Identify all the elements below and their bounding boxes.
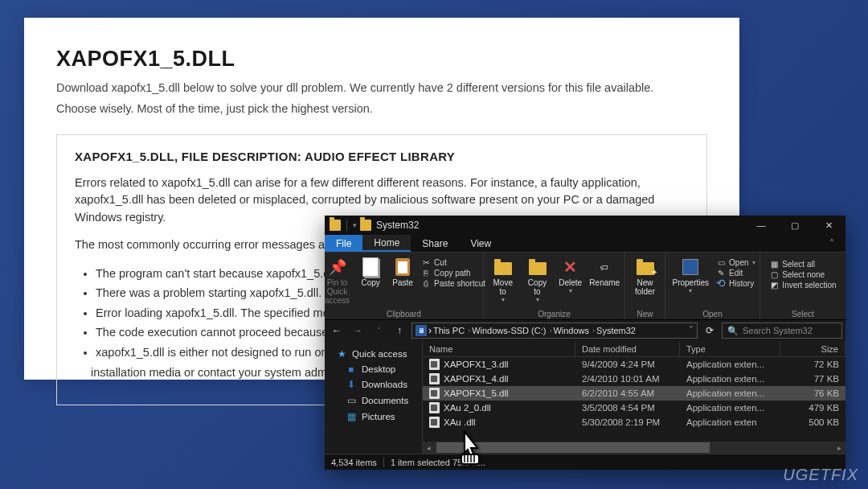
copy-to-button[interactable]: Copy to▾ — [521, 256, 553, 305]
history-button[interactable]: ⟲History — [716, 278, 755, 288]
status-item-count: 4,534 items — [331, 458, 377, 467]
properties-button[interactable]: Properties▾ — [668, 256, 713, 296]
desktop-icon: ■ — [346, 364, 357, 374]
page-title: XAPOFX1_5.DLL — [56, 47, 707, 72]
crumb-windows[interactable]: Windows› — [553, 326, 595, 335]
nav-recent-button[interactable]: ˅ — [370, 322, 387, 339]
table-row[interactable]: XAPOFX1_5.dll6/2/2010 4:55 AMApplication… — [423, 386, 845, 401]
col-size[interactable]: Size — [780, 341, 845, 356]
file-rows: XAPOFX1_3.dll9/4/2009 4:24 PMApplication… — [423, 357, 845, 442]
group-label-open: Open — [665, 310, 760, 318]
col-name[interactable]: Name — [423, 341, 575, 356]
cut-icon: ✂ — [421, 257, 431, 267]
pictures-icon: ▦ — [346, 411, 357, 422]
nav-back-button[interactable]: ← — [328, 322, 346, 339]
pin-quick-access-button[interactable]: 📌 Pin to Quick access — [321, 256, 354, 306]
invert-selection-icon: ◩ — [769, 280, 779, 290]
select-none-button[interactable]: ▢Select none — [769, 269, 836, 279]
nav-forward-button[interactable]: → — [349, 322, 366, 339]
tab-share[interactable]: Share — [411, 235, 459, 252]
horizontal-scrollbar[interactable]: ◂▸ — [423, 442, 845, 454]
nav-downloads[interactable]: ⬇Downloads — [325, 376, 422, 392]
history-icon: ⟲ — [716, 278, 726, 288]
table-row[interactable]: XAu .dll5/30/2008 2:19 PMApplication ext… — [423, 415, 845, 429]
file-list-pane: Name Date modified Type Size XAPOFX1_3.d… — [423, 341, 845, 454]
qat-down-icon[interactable]: ▾ — [353, 221, 357, 229]
copy-button[interactable]: Copy — [355, 256, 386, 289]
chevron-down-icon[interactable]: ˅ — [689, 325, 694, 336]
intro-line-2: Choose wisely. Most of the time, just pi… — [56, 101, 707, 118]
pc-icon: 🖥 — [416, 325, 427, 336]
status-bar: 4,534 items 1 item selected 75.8 K... — [325, 454, 845, 470]
close-button[interactable]: ✕ — [812, 216, 845, 235]
pin-icon: 📌 — [328, 257, 347, 277]
status-selected: 1 item selected 75.8 K... — [391, 458, 485, 467]
open-icon: ▭ — [716, 257, 726, 267]
ribbon: 📌 Pin to Quick access Copy Paste ✂Cut ⎘C… — [325, 253, 845, 320]
paste-button[interactable]: Paste — [387, 256, 418, 289]
nav-pane: ★Quick access ■Desktop ⬇Downloads ▭Docum… — [325, 341, 423, 454]
nav-up-button[interactable]: ↑ — [391, 322, 408, 339]
nav-desktop[interactable]: ■Desktop — [325, 362, 422, 376]
copy-path-icon: ⎘ — [421, 268, 431, 277]
invert-selection-button[interactable]: ◩Invert selection — [769, 280, 836, 290]
nav-quick-access[interactable]: ★Quick access — [325, 346, 422, 362]
watermark-logo: UGETFIX — [783, 466, 858, 484]
table-row[interactable]: XAu 2_0.dll3/5/2008 4:54 PMApplication e… — [423, 401, 845, 415]
paste-shortcut-icon: ⎙ — [421, 278, 431, 288]
ribbon-collapse-icon[interactable]: ˄ — [818, 235, 845, 252]
nav-pictures[interactable]: ▦Pictures — [325, 409, 422, 425]
group-label-select: Select — [760, 310, 845, 318]
group-label-clipboard: Clipboard — [325, 310, 483, 318]
select-all-button[interactable]: ▦Select all — [769, 259, 836, 269]
properties-icon — [682, 259, 698, 275]
window-title: System32 — [376, 220, 744, 231]
tab-home[interactable]: Home — [362, 235, 411, 252]
documents-icon: ▭ — [346, 395, 357, 406]
intro-line-1: Download xapofx1_5.dll below to solve yo… — [56, 80, 707, 97]
refresh-button[interactable]: ⟳ — [701, 325, 719, 336]
dll-file-icon — [429, 402, 440, 413]
rename-icon: 🏷 — [595, 257, 614, 277]
new-folder-button[interactable]: New folder — [630, 256, 661, 298]
menu-tabs: File Home Share View ˄ — [325, 235, 845, 253]
col-type[interactable]: Type — [680, 341, 780, 356]
dll-file-icon — [429, 373, 440, 384]
paste-icon — [395, 258, 410, 276]
rename-button[interactable]: 🏷 Rename — [588, 256, 622, 289]
address-bar-row: ← → ˅ ↑ 🖥 › This PC› Windows-SSD (C:)› W… — [325, 320, 845, 341]
copy-path-button[interactable]: ⎘Copy path — [421, 268, 485, 277]
table-row[interactable]: XAPOFX1_3.dll9/4/2009 4:24 PMApplication… — [423, 357, 845, 372]
tab-view[interactable]: View — [459, 235, 502, 252]
nav-documents[interactable]: ▭Documents — [325, 392, 422, 409]
box-title: XAPOFX1_5.DLL, FILE DESCRIPTION: AUDIO E… — [75, 150, 689, 163]
column-headers[interactable]: Name Date modified Type Size — [423, 341, 845, 357]
search-icon: 🔍 — [727, 326, 739, 336]
breadcrumb[interactable]: 🖥 › This PC› Windows-SSD (C:)› Windows› … — [411, 323, 698, 339]
delete-button[interactable]: ✕ Delete▾ — [555, 256, 586, 296]
crumb-system32[interactable]: System32 — [596, 326, 636, 335]
crumb-drive[interactable]: Windows-SSD (C:)› — [472, 326, 551, 335]
dll-file-icon — [429, 359, 440, 370]
dll-file-icon — [429, 417, 440, 428]
dll-file-icon — [429, 388, 440, 399]
folder-icon — [529, 262, 547, 275]
tab-file[interactable]: File — [325, 235, 362, 252]
maximize-button[interactable]: ▢ — [778, 216, 812, 235]
downloads-icon: ⬇ — [346, 379, 357, 390]
titlebar[interactable]: ▾ System32 — ▢ ✕ — [325, 216, 845, 235]
paste-shortcut-button[interactable]: ⎙Paste shortcut — [421, 278, 485, 288]
search-input[interactable]: 🔍 Search System32 — [722, 323, 842, 339]
col-date[interactable]: Date modified — [575, 341, 680, 356]
move-to-button[interactable]: Move to▾ — [486, 256, 519, 305]
file-explorer-window: ▾ System32 — ▢ ✕ File Home Share View ˄ … — [325, 216, 845, 470]
delete-icon: ✕ — [561, 257, 580, 277]
open-button[interactable]: ▭Open▾ — [716, 257, 755, 267]
table-row[interactable]: XAPOFX1_4.dll2/4/2010 10:01 AMApplicatio… — [423, 372, 845, 386]
select-all-icon: ▦ — [769, 259, 779, 269]
minimize-button[interactable]: — — [744, 216, 778, 235]
folder-icon — [360, 220, 371, 231]
cut-button[interactable]: ✂Cut — [421, 257, 485, 267]
new-folder-icon — [637, 262, 654, 275]
crumb-this-pc[interactable]: This PC› — [433, 326, 470, 335]
